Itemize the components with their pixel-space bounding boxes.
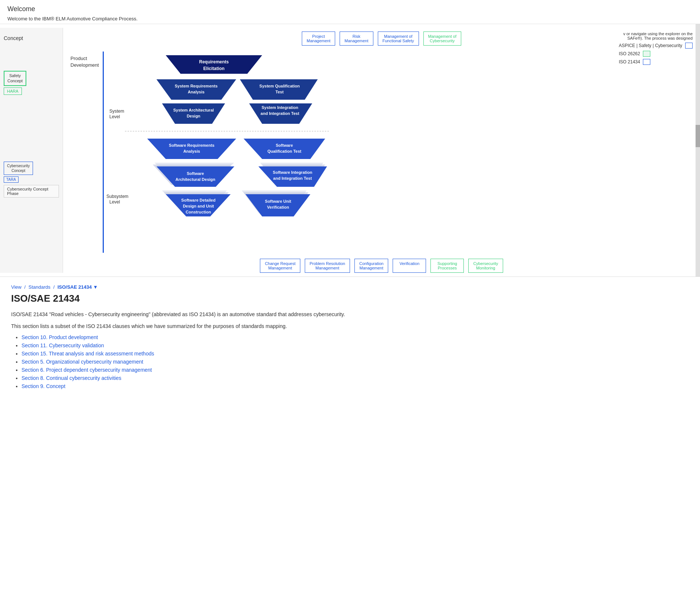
safety-concept-label: SafetyConcept [7, 73, 23, 84]
process-box-risk-mgmt[interactable]: Risk Management [340, 32, 373, 46]
legend-row-aspice: ASPICE | Safety | Cybersecurity [619, 43, 693, 49]
svg-text:and Integration Test: and Integration Test [260, 111, 299, 116]
bottom-box-configuration[interactable]: Configuration Management [354, 259, 388, 273]
legend-aspice-box [685, 43, 693, 49]
svg-text:Analysis: Analysis [183, 149, 200, 153]
svg-text:Software Detailed: Software Detailed [181, 198, 215, 202]
bottom-box-problem-resolution[interactable]: Problem Resolution Management [305, 259, 350, 273]
bottom-box-supporting[interactable]: Supporting Processes [430, 259, 464, 273]
svg-text:Analysis: Analysis [188, 90, 204, 94]
svg-text:System Architectural: System Architectural [173, 108, 214, 112]
svg-text:Software Requirements: Software Requirements [169, 143, 214, 148]
description-2: This section lists a subset of the ISO 2… [11, 322, 689, 330]
bottom-box-verification[interactable]: Verification [393, 259, 426, 273]
process-box-functional-safety[interactable]: Management of Functional Safety [378, 32, 419, 46]
section-list: Section 10. Product development Section … [11, 334, 689, 389]
section-link-3[interactable]: Section 5. Organizational cybersecurity … [22, 359, 143, 365]
list-item: Section 10. Product development [22, 334, 689, 340]
svg-text:Verification: Verification [267, 205, 289, 209]
section-link-4[interactable]: Section 6. Project dependent cybersecuri… [22, 367, 152, 373]
list-item: Section 8. Continual cybersecurity activ… [22, 375, 689, 381]
breadcrumb-sep-1: / [24, 284, 27, 290]
list-item: Section 6. Project dependent cybersecuri… [22, 367, 689, 373]
left-sidebar: Concept SafetyConcept HARA Cybersecurity… [0, 28, 63, 273]
list-item: Section 9. Concept [22, 383, 689, 389]
cybersecurity-concept-label: CybersecurityConcept [7, 163, 30, 173]
list-item: Section 5. Organizational cybersecurity … [22, 359, 689, 365]
svg-text:Design and Unit: Design and Unit [183, 204, 214, 208]
legend-note-1: v or navigate using the explorer on the [623, 32, 693, 36]
cybersecurity-concept-box[interactable]: CybersecurityConcept [4, 162, 33, 175]
svg-text:Level: Level [109, 199, 120, 205]
page-subtitle: Welcome to the IBM® ELM Automotive Compl… [7, 16, 693, 21]
svg-text:System Requirements: System Requirements [175, 84, 218, 88]
process-box-cybersecurity[interactable]: Management of Cybersecurity [423, 32, 461, 46]
svg-text:Test: Test [275, 90, 284, 94]
svg-text:Elicitation: Elicitation [203, 66, 224, 71]
top-process-boxes: Project Management Risk Management Manag… [70, 28, 693, 46]
section-link-2[interactable]: Section 15. Threat analysis and risk ass… [22, 351, 154, 357]
v-line [103, 52, 104, 253]
svg-text:Construction: Construction [185, 210, 211, 214]
svg-text:Software: Software [275, 143, 293, 148]
list-item: Section 11. Cybersecurity validation [22, 342, 689, 348]
svg-text:System: System [109, 109, 124, 114]
scrollbar[interactable] [696, 24, 700, 276]
svg-text:System Integration: System Integration [261, 105, 298, 110]
section-link-6[interactable]: Section 9. Concept [22, 383, 65, 389]
legend-note-2: SAFe®). The process was designed [627, 36, 693, 40]
product-dev-label: Product Development [70, 55, 99, 69]
legend-aspice-label: ASPICE | Safety | Cybersecurity [619, 43, 682, 48]
svg-text:Software Unit: Software Unit [265, 199, 291, 203]
breadcrumb-view[interactable]: View [11, 284, 22, 290]
breadcrumb: View / Standards / ISO/SAE 21434 ▼ [11, 284, 689, 290]
svg-text:Subsystem: Subsystem [106, 194, 128, 199]
svg-text:Qualification Test: Qualification Test [267, 149, 301, 153]
description-1: ISO/SAE 21434 "Road vehicles - Cybersecu… [11, 310, 689, 318]
svg-text:Software Integration: Software Integration [273, 170, 312, 175]
sw-arch-design-block[interactable] [156, 166, 234, 187]
svg-text:and Integration Test: and Integration Test [273, 176, 312, 180]
svg-text:Design: Design [186, 114, 200, 118]
process-box-project-mgmt[interactable]: Project Management [302, 32, 335, 46]
page-title: Welcome [7, 5, 693, 13]
bottom-box-change-request[interactable]: Change Request Management [260, 259, 300, 273]
bottom-box-cybersecurity-monitoring[interactable]: Cybersecurity Monitoring [468, 259, 503, 273]
content-section: View / Standards / ISO/SAE 21434 ▼ ISO/S… [0, 277, 700, 399]
section-link-1[interactable]: Section 11. Cybersecurity validation [22, 342, 104, 348]
breadcrumb-standards[interactable]: Standards [29, 284, 50, 290]
safety-concept-box[interactable]: SafetyConcept [4, 71, 26, 86]
section-link-5[interactable]: Section 8. Continual cybersecurity activ… [22, 375, 121, 381]
bottom-process-boxes: Change Request Management Problem Resolu… [70, 259, 693, 273]
cyber-concept-phase-tooltip: Cybersecurity Concept Phase [4, 185, 59, 198]
svg-text:Requirements: Requirements [199, 59, 229, 64]
svg-text:Architectural Design: Architectural Design [175, 177, 215, 182]
breadcrumb-dropdown-icon[interactable]: ▼ [93, 284, 98, 290]
scroll-thumb[interactable] [696, 125, 700, 147]
diagram-center: v or navigate using the explorer on the … [63, 28, 700, 273]
concept-label: Concept [4, 35, 59, 41]
svg-text:Software: Software [186, 171, 204, 176]
breadcrumb-current: ISO/SAE 21434 [57, 284, 92, 290]
tara-box[interactable]: TARA [4, 176, 19, 183]
svg-text:System Qualification: System Qualification [259, 84, 300, 88]
section-link-0[interactable]: Section 10. Product development [22, 334, 98, 340]
vmodel-svg: System Level Subsystem Level Requirement… [103, 52, 333, 252]
breadcrumb-sep-2: / [53, 284, 56, 290]
list-item: Section 15. Threat analysis and risk ass… [22, 351, 689, 357]
hara-box[interactable]: HARA [4, 87, 22, 95]
svg-text:Level: Level [109, 114, 120, 119]
iso-page-title: ISO/SAE 21434 [11, 293, 689, 304]
